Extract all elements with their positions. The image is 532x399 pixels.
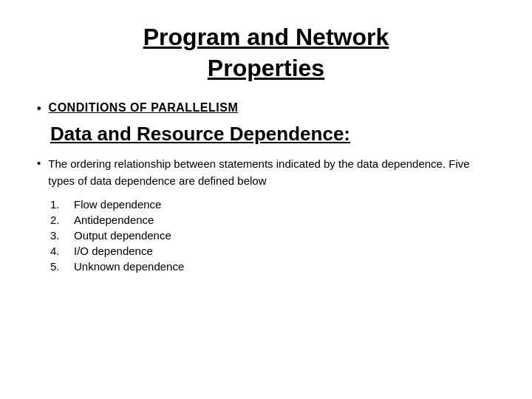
subheading: Data and Resource Dependence:	[50, 123, 495, 146]
list-item: 4.I/O dependence	[50, 245, 495, 257]
description-bullet: •	[37, 157, 41, 169]
slide: Program and Network Properties • CONDITI…	[0, 0, 532, 399]
list-item-text: Unknown dependence	[74, 260, 184, 273]
list-item-text: I/O dependence	[74, 245, 153, 257]
title-block: Program and Network Properties	[37, 22, 495, 83]
list-item: 2.Antidependence	[50, 214, 495, 226]
list-item: 1.Flow dependence	[50, 198, 495, 211]
list-item-text: Antidependence	[74, 214, 154, 226]
conditions-line: • CONDITIONS OF PARALLELISM	[37, 101, 495, 115]
list-item-number: 5.	[50, 260, 65, 273]
title-line2: Properties	[208, 55, 324, 81]
conditions-bullet: •	[37, 102, 41, 115]
title-line1: Program and Network	[143, 24, 389, 50]
main-title: Program and Network Properties	[37, 22, 495, 83]
list-item-number: 4.	[50, 245, 65, 257]
content-section: • The ordering relationship between stat…	[37, 156, 495, 276]
list-item-text: Flow dependence	[74, 198, 161, 211]
list-item-text: Output dependence	[74, 229, 171, 242]
list-item: 3.Output dependence	[50, 229, 495, 242]
list-item-number: 1.	[50, 198, 65, 211]
numbered-list: 1.Flow dependence2.Antidependence3.Outpu…	[50, 198, 495, 276]
list-item-number: 3.	[50, 229, 65, 242]
conditions-text: CONDITIONS OF PARALLELISM	[49, 101, 239, 115]
description-line: • The ordering relationship between stat…	[37, 156, 495, 189]
list-item: 5.Unknown dependence	[50, 260, 495, 273]
description-text: The ordering relationship between statem…	[48, 156, 495, 189]
list-item-number: 2.	[50, 214, 65, 226]
